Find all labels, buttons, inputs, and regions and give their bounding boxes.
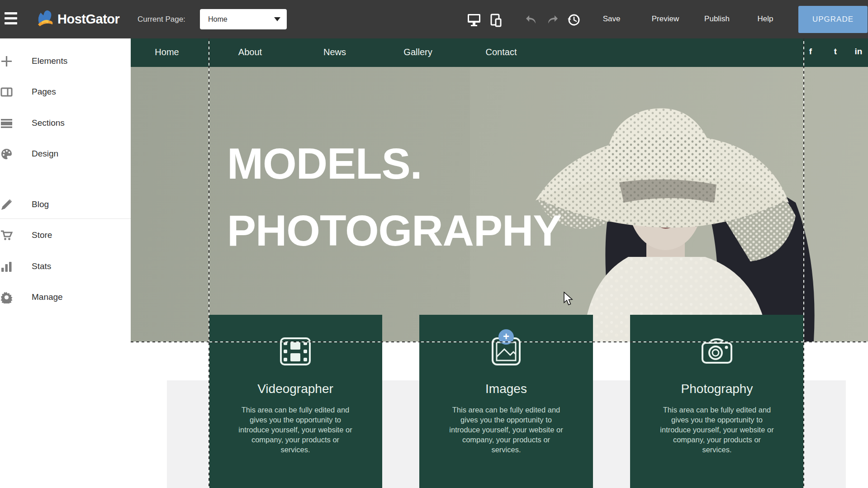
chevron-down-icon (274, 17, 280, 21)
brand-name: HostGator (57, 12, 119, 27)
current-page-label: Current Page: (138, 15, 185, 24)
sidebar-item-store[interactable]: Store (0, 225, 131, 246)
menu-icon[interactable] (5, 12, 17, 26)
mobile-view-icon[interactable] (489, 14, 505, 26)
sidebar-item-manage[interactable]: Manage (0, 287, 131, 308)
sidebar-item-design[interactable]: Design (0, 144, 131, 165)
sidebar-divider (0, 218, 131, 219)
sidebar-item-blog[interactable]: Blog (0, 194, 131, 215)
mouse-cursor (563, 292, 575, 306)
selection-guide-left (209, 38, 209, 488)
sidebar-item-label: Sections (32, 118, 65, 128)
card-images[interactable]: + Images This area can be fully edited a… (419, 315, 593, 488)
history-icon[interactable] (567, 13, 583, 26)
site-nav-gallery[interactable]: Gallery (403, 47, 432, 57)
hero-title-line1: MODELS. (227, 130, 561, 197)
hero-section[interactable]: MODELS. PHOTOGRAPHY (131, 67, 868, 341)
hostgator-logo: HostGator (35, 8, 119, 30)
twitter-icon[interactable]: t (834, 47, 837, 57)
sidebar-item-label: Blog (32, 199, 49, 209)
image-plus-icon: + (490, 336, 522, 366)
card-title: Images (419, 382, 593, 396)
sidebar-item-label: Store (32, 230, 52, 240)
sidebar-item-label: Stats (32, 261, 51, 271)
gator-icon (35, 8, 54, 30)
sidebar-item-label: Manage (32, 292, 63, 302)
bar-chart-icon (0, 261, 13, 273)
undo-icon[interactable] (525, 14, 540, 27)
sections-icon (0, 117, 13, 129)
publish-button[interactable]: Publish (704, 14, 730, 24)
selection-guide-right (803, 38, 804, 488)
top-toolbar: HostGator Current Page: Home (0, 0, 868, 38)
sidebar-item-stats[interactable]: Stats (0, 256, 131, 277)
card-title: Videographer (209, 382, 382, 396)
sidebar-item-label: Pages (32, 87, 56, 97)
film-icon (279, 336, 312, 366)
cart-icon (0, 229, 13, 242)
card-body: This area can be fully edited and gives … (658, 405, 776, 455)
desktop-view-icon[interactable] (467, 14, 482, 26)
gear-icon (0, 291, 13, 303)
plus-icon (0, 55, 13, 67)
facebook-icon[interactable]: f (809, 47, 812, 57)
sidebar-item-label: Elements (32, 56, 67, 66)
sidebar-item-pages[interactable]: Pages (0, 82, 131, 103)
pages-icon (0, 86, 13, 98)
site-nav-contact[interactable]: Contact (486, 47, 517, 57)
palette-icon (0, 148, 13, 160)
help-button[interactable]: Help (758, 14, 773, 24)
editor-sidebar: Elements Pages Sections (0, 38, 131, 488)
builder-window: HostGator Current Page: Home (0, 0, 868, 488)
site-preview-canvas: Home About News Gallery Contact f t in (131, 38, 868, 488)
section-boundary-guide (131, 341, 868, 342)
camera-icon (701, 336, 733, 366)
site-navbar[interactable]: Home About News Gallery Contact f t in (131, 38, 868, 67)
redo-icon[interactable] (545, 14, 561, 27)
pencil-icon (0, 199, 13, 211)
site-nav-about[interactable]: About (238, 47, 262, 57)
page-select-dropdown[interactable]: Home (200, 9, 287, 29)
site-nav-news[interactable]: News (323, 47, 346, 57)
sidebar-item-label: Design (32, 149, 58, 159)
card-title: Photography (630, 382, 804, 396)
page-select-value: Home (208, 15, 228, 24)
card-body: This area can be fully edited and gives … (447, 405, 565, 455)
site-nav-home[interactable]: Home (155, 47, 179, 57)
card-body: This area can be fully edited and gives … (236, 405, 355, 455)
linkedin-icon[interactable]: in (855, 47, 863, 57)
sidebar-item-sections[interactable]: Sections (0, 113, 131, 134)
upgrade-button[interactable]: UPGRADE (798, 6, 868, 33)
save-button[interactable]: Save (603, 14, 621, 24)
hero-title[interactable]: MODELS. PHOTOGRAPHY (227, 130, 561, 264)
preview-button[interactable]: Preview (652, 14, 679, 24)
hero-title-line2: PHOTOGRAPHY (227, 197, 561, 264)
sidebar-item-elements[interactable]: Elements (0, 51, 131, 72)
card-photography[interactable]: Photography This area can be fully edite… (630, 315, 804, 488)
card-videographer[interactable]: Videographer This area can be fully edit… (209, 315, 382, 488)
